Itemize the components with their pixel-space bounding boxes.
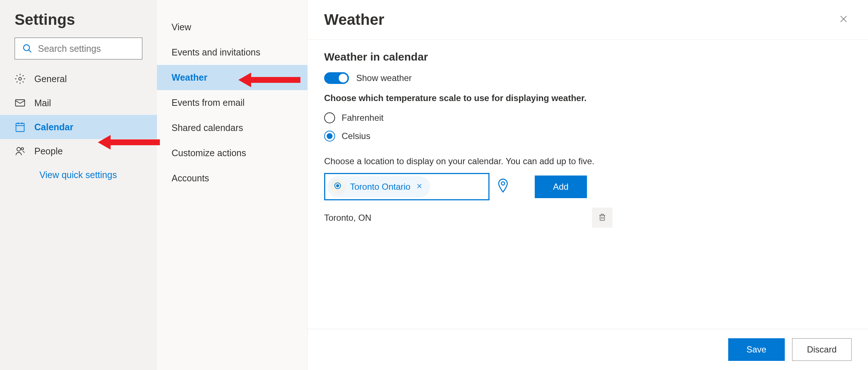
nav-general[interactable]: General — [0, 67, 157, 91]
nav-label: Calendar — [34, 122, 73, 132]
svg-rect-3 — [16, 100, 25, 106]
section-title: Weather in calendar — [324, 51, 852, 63]
discard-button[interactable]: Discard — [792, 338, 852, 361]
submenu-events-invitations[interactable]: Events and invitations — [157, 40, 307, 65]
show-weather-toggle[interactable] — [324, 72, 349, 84]
radio-input — [324, 112, 335, 123]
toggle-label: Show weather — [356, 73, 412, 83]
radio-label: Fahrenheit — [342, 113, 384, 123]
save-button[interactable]: Save — [728, 338, 785, 361]
settings-title: Settings — [0, 11, 157, 38]
submenu-accounts[interactable]: Accounts — [157, 166, 307, 191]
main-body: Weather in calendar Show weather Choose … — [308, 40, 868, 329]
settings-sidebar: Settings General Mail — [0, 0, 157, 370]
add-location-button[interactable]: Add — [535, 176, 587, 198]
show-weather-toggle-row: Show weather — [324, 72, 852, 84]
svg-point-20 — [502, 182, 505, 185]
main-content: Weather Weather in calendar Show weather… — [308, 0, 868, 370]
map-thumbnail-icon — [330, 179, 346, 194]
location-chip: Toronto Ontario — [327, 176, 430, 197]
svg-point-14 — [17, 147, 20, 151]
nav-calendar[interactable]: Calendar — [0, 115, 157, 139]
view-quick-settings-link[interactable]: View quick settings — [0, 163, 157, 187]
temp-instruction: Choose which temperature scale to use fo… — [324, 93, 852, 103]
gear-icon — [15, 73, 26, 84]
chip-text: Toronto Ontario — [350, 182, 410, 192]
location-input[interactable]: Toronto Ontario — [324, 173, 489, 200]
people-icon — [15, 146, 26, 157]
location-instruction: Choose a location to display on your cal… — [324, 156, 852, 166]
delete-location-button[interactable] — [592, 208, 612, 228]
svg-rect-4 — [16, 123, 24, 132]
location-list-item: Toronto, ON — [324, 208, 612, 228]
submenu-customize-actions[interactable]: Customize actions — [157, 140, 307, 166]
location-input-row: Toronto Ontario Add — [324, 173, 852, 200]
close-button[interactable] — [836, 11, 852, 28]
svg-point-15 — [21, 148, 23, 150]
svg-point-0 — [24, 45, 30, 51]
nav-mail[interactable]: Mail — [0, 91, 157, 115]
radio-fahrenheit[interactable]: Fahrenheit — [324, 112, 852, 123]
radio-celsius[interactable]: Celsius — [324, 131, 852, 142]
toggle-knob — [339, 74, 347, 82]
nav-label: People — [34, 146, 63, 157]
svg-point-2 — [19, 77, 22, 80]
search-input[interactable] — [38, 43, 135, 54]
submenu-events-from-email[interactable]: Events from email — [157, 90, 307, 115]
location-pin-icon — [496, 178, 510, 194]
nav-label: Mail — [34, 98, 51, 108]
radio-label: Celsius — [342, 131, 370, 141]
nav-people[interactable]: People — [0, 139, 157, 163]
svg-line-1 — [29, 50, 31, 53]
close-icon — [416, 183, 423, 189]
trash-icon — [598, 213, 607, 221]
location-pin-button[interactable] — [496, 178, 510, 196]
calendar-submenu: View Events and invitations Weather Even… — [157, 0, 308, 370]
search-settings-box[interactable] — [15, 38, 142, 59]
submenu-view[interactable]: View — [157, 15, 307, 40]
main-header: Weather — [308, 0, 868, 40]
main-footer: Save Discard — [308, 329, 868, 370]
close-icon — [839, 15, 848, 23]
location-name: Toronto, ON — [324, 213, 371, 223]
nav-label: General — [34, 74, 67, 84]
submenu-shared-calendars[interactable]: Shared calendars — [157, 115, 307, 140]
chip-remove-button[interactable] — [415, 181, 424, 192]
page-title: Weather — [324, 11, 384, 28]
mail-icon — [15, 97, 26, 108]
submenu-weather[interactable]: Weather — [157, 65, 307, 90]
calendar-icon — [15, 122, 26, 132]
radio-input — [324, 131, 335, 142]
search-icon — [22, 43, 32, 54]
